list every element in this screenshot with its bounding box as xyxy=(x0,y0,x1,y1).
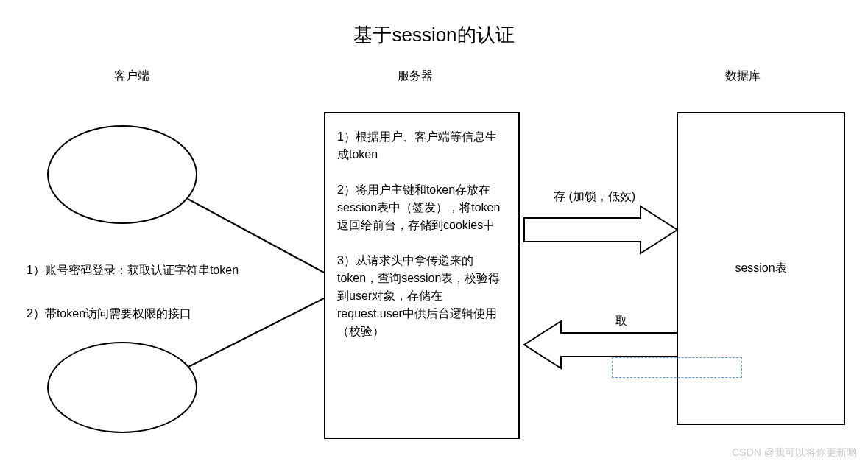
client-step-1: 1）账号密码登录：获取认证字符串token xyxy=(27,263,239,278)
arrow-label-store: 存 (加锁，低效) xyxy=(554,189,635,205)
connector-client1-server xyxy=(188,199,324,273)
server-step-3: 3）从请求头中拿传递来的token，查询session表，校验得到user对象，… xyxy=(337,252,507,340)
client-node-2 xyxy=(47,342,197,433)
selection-indicator xyxy=(612,357,742,378)
column-header-server: 服务器 xyxy=(398,69,433,84)
database-label: session表 xyxy=(735,261,786,276)
server-box: 1）根据用户、客户端等信息生成token 2）将用户主键和token存放在ses… xyxy=(324,112,520,439)
server-step-1: 1）根据用户、客户端等信息生成token xyxy=(337,128,507,164)
arrow-label-fetch: 取 xyxy=(615,314,627,329)
column-header-client: 客户端 xyxy=(114,69,149,84)
arrow-store-icon xyxy=(524,206,677,253)
column-header-database: 数据库 xyxy=(725,69,761,84)
database-box: session表 xyxy=(677,112,845,425)
connector-client2-server xyxy=(188,298,324,367)
watermark: CSDN @我可以将你更新哟 xyxy=(732,446,857,460)
client-node-1 xyxy=(47,125,197,224)
client-step-2: 2）带token访问需要权限的接口 xyxy=(27,306,191,322)
diagram-title: 基于session的认证 xyxy=(0,22,868,48)
server-step-2: 2）将用户主键和token存放在session表中（签发），将token返回给前… xyxy=(337,181,507,234)
